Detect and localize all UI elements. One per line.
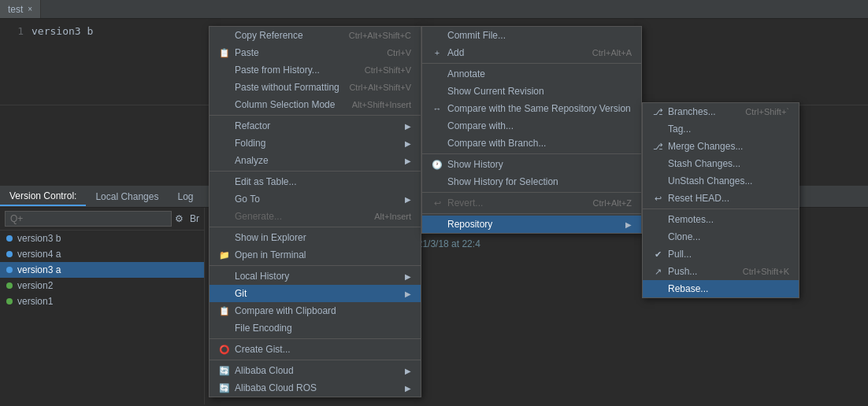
menu-remotes[interactable]: Remotes...: [643, 211, 799, 228]
list-item-selected[interactable]: version3 a: [0, 262, 204, 278]
commit-dot: [6, 235, 13, 242]
line-numbers: 1: [0, 24, 32, 100]
editor-tab[interactable]: test ×: [0, 0, 41, 18]
menu-column-select[interactable]: Column Selection Mode Alt+Shift+Insert: [210, 96, 421, 113]
commit-label: version3 b: [17, 233, 61, 244]
submenu-arrow: ▶: [405, 367, 411, 375]
tab-label: test: [8, 4, 23, 15]
menu-commit-file[interactable]: Commit File...: [422, 27, 641, 44]
menu-show-history[interactable]: 🕐Show History: [422, 156, 641, 173]
menu-paste-history[interactable]: Paste from History... Ctrl+Shift+V: [210, 61, 421, 79]
menu-show-current-revision[interactable]: Show Current Revision: [422, 83, 641, 100]
menu-local-history[interactable]: Local History ▶: [210, 268, 421, 285]
menu-paste[interactable]: 📋Paste Ctrl+V: [210, 44, 421, 61]
gear-icon[interactable]: ⚙: [175, 213, 184, 224]
menu-create-gist[interactable]: ⭕Create Gist...: [210, 341, 421, 358]
submenu-arrow: ▶: [405, 157, 411, 165]
tab-local-changes[interactable]: Local Changes: [86, 188, 168, 205]
menu-generate[interactable]: Generate... Alt+Insert: [210, 208, 421, 225]
menu-copy-reference[interactable]: Copy Reference Ctrl+Alt+Shift+C: [210, 27, 421, 44]
submenu-arrow: ▶: [405, 384, 411, 393]
submenu-arrow: ▶: [405, 139, 411, 148]
menu-separator: [210, 338, 421, 339]
menu-pull[interactable]: ✔Pull...: [643, 245, 799, 263]
submenu-arrow: ▶: [625, 220, 632, 229]
menu-edit-as-table[interactable]: Edit as Table...: [210, 173, 421, 190]
tab-version-control[interactable]: Version Control:: [0, 187, 86, 206]
commit-label: version4 a: [17, 249, 61, 260]
menu-separator: [422, 63, 641, 64]
menu-open-terminal[interactable]: 📁Open in Terminal: [210, 246, 421, 264]
vc-search-input[interactable]: [5, 211, 172, 227]
menu-add[interactable]: +Add Ctrl+Alt+A: [422, 44, 641, 61]
code-line-1: version3 b: [32, 25, 93, 37]
menu-push[interactable]: ↗Push... Ctrl+Shift+K: [643, 263, 799, 280]
menu-alibaba-cloud[interactable]: 🔄Alibaba Cloud ▶: [210, 362, 421, 379]
menu-rebase[interactable]: Rebase...: [643, 280, 799, 297]
list-item[interactable]: version3 b: [0, 231, 204, 246]
menu-compare-clipboard[interactable]: 📋Compare with Clipboard: [210, 302, 421, 319]
menu-compare-branch[interactable]: Compare with Branch...: [422, 135, 641, 152]
vc-search-bar: ⚙ Br: [0, 208, 204, 231]
menu-paste-no-format[interactable]: Paste without Formatting Ctrl+Alt+Shift+…: [210, 79, 421, 96]
menu-merge-changes[interactable]: ⎇Merge Changes...: [643, 138, 799, 155]
commit-label: version1: [17, 296, 53, 307]
commit-dot: [6, 298, 13, 304]
menu-separator: [210, 171, 421, 172]
editor-code[interactable]: version3 b: [32, 24, 93, 100]
menu-alibaba-cloud-ros[interactable]: 🔄Alibaba Cloud ROS ▶: [210, 379, 421, 397]
submenu-arrow: ▶: [405, 195, 411, 204]
submenu-arrow: ▶: [405, 272, 411, 281]
menu-separator: [643, 209, 799, 209]
menu-goto[interactable]: Go To ▶: [210, 190, 421, 208]
menu-reset-head[interactable]: ↩Reset HEAD...: [643, 190, 799, 207]
context-menu-main: Copy Reference Ctrl+Alt+Shift+C 📋Paste C…: [209, 26, 421, 397]
context-menu-git: Commit File... +Add Ctrl+Alt+A Annotate …: [421, 26, 642, 234]
submenu-arrow: ▶: [405, 122, 411, 131]
menu-compare-same-repo[interactable]: ↔Compare with the Same Repository Versio…: [422, 100, 641, 117]
commit-dot: [6, 267, 13, 273]
menu-separator: [422, 213, 641, 214]
menu-git[interactable]: Git ▶: [210, 285, 421, 302]
commit-dot: [6, 251, 13, 257]
menu-branches[interactable]: ⎇Branches... Ctrl+Shift+`: [643, 103, 799, 120]
menu-repository[interactable]: Repository ▶: [422, 216, 641, 233]
commit-dot: [6, 282, 13, 289]
branch-label: Br: [187, 213, 199, 224]
commit-label: version2: [17, 280, 53, 291]
list-item[interactable]: version4 a: [0, 246, 204, 262]
menu-analyze[interactable]: Analyze ▶: [210, 152, 421, 169]
menu-separator: [210, 265, 421, 266]
menu-show-history-selection[interactable]: Show History for Selection: [422, 173, 641, 190]
menu-compare-with[interactable]: Compare with...: [422, 117, 641, 135]
context-menu-repository: ⎇Branches... Ctrl+Shift+` Tag... ⎇Merge …: [642, 102, 799, 298]
menu-separator: [422, 192, 641, 193]
tab-bar: test ×: [0, 0, 868, 19]
list-item[interactable]: version1: [0, 293, 204, 309]
menu-separator: [210, 227, 421, 227]
commit-label: version3 a: [17, 264, 61, 275]
line-number-1: 1: [0, 25, 24, 37]
vc-list: version3 b version4 a version3 a version…: [0, 231, 204, 404]
tab-close-button[interactable]: ×: [28, 5, 32, 13]
menu-separator: [210, 360, 421, 360]
menu-show-explorer[interactable]: Show in Explorer: [210, 229, 421, 246]
menu-unstash-changes[interactable]: UnStash Changes...: [643, 172, 799, 190]
menu-tag[interactable]: Tag...: [643, 120, 799, 138]
tab-log[interactable]: Log: [168, 188, 202, 205]
menu-revert[interactable]: ↩Revert... Ctrl+Alt+Z: [422, 194, 641, 212]
menu-stash-changes[interactable]: Stash Changes...: [643, 155, 799, 172]
menu-clone[interactable]: Clone...: [643, 228, 799, 245]
vc-sidebar: ⚙ Br version3 b version4 a version3 a: [0, 208, 205, 404]
submenu-arrow: ▶: [405, 290, 411, 298]
menu-separator: [422, 153, 641, 154]
menu-file-encoding[interactable]: File Encoding: [210, 319, 421, 337]
menu-separator: [210, 115, 421, 116]
menu-folding[interactable]: Folding ▶: [210, 135, 421, 152]
list-item[interactable]: version2: [0, 278, 204, 293]
menu-annotate[interactable]: Annotate: [422, 65, 641, 83]
menu-refactor[interactable]: Refactor ▶: [210, 117, 421, 135]
